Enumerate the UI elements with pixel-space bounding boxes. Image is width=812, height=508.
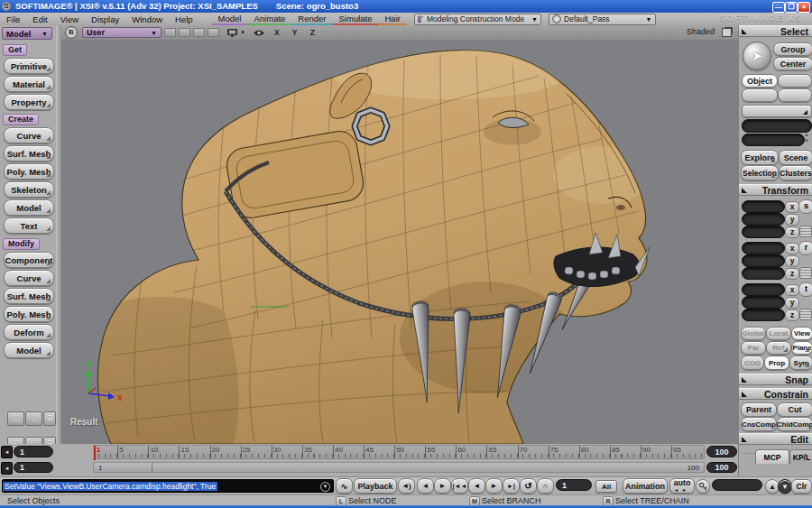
scale-options-icon[interactable] — [799, 226, 812, 237]
modify-model-button[interactable]: Model — [4, 342, 54, 358]
modify-component-button[interactable]: Component — [4, 252, 54, 268]
edit-header[interactable]: Edit — [739, 433, 812, 445]
menu-help[interactable]: Help — [169, 14, 199, 24]
all-button[interactable]: All — [595, 480, 617, 493]
viewport-memo-2[interactable] — [179, 28, 190, 37]
rotate-y-button[interactable]: y — [785, 255, 799, 267]
modify-surf-mesh-button[interactable]: Surf. Mesh — [4, 288, 54, 304]
speaker-icon[interactable]: ◄) — [398, 478, 415, 494]
minimize-button[interactable]: — — [772, 2, 785, 13]
range-slider[interactable]: 1 100 — [93, 462, 705, 473]
cnscomp-button[interactable]: CnsComp — [741, 417, 777, 431]
viewport-memo-3[interactable] — [193, 28, 205, 37]
menu-edit[interactable]: Edit — [26, 14, 53, 24]
selection-field-2[interactable] — [742, 134, 805, 146]
tab-kpl[interactable]: KP/L — [789, 449, 812, 464]
scale-x-field[interactable] — [742, 200, 785, 213]
selection-mode-button[interactable] — [742, 105, 812, 117]
object-filter-button[interactable]: Object — [742, 74, 778, 88]
filter-slot-1[interactable] — [778, 74, 812, 88]
playhead[interactable] — [94, 446, 96, 460]
scale-x-button[interactable]: x — [785, 201, 799, 213]
auto-key-button[interactable]: auto◄► — [669, 478, 695, 494]
construction-mode-dropdown[interactable]: Modeling Construction Mode▼ — [414, 14, 541, 25]
scale-z-button[interactable]: z — [785, 226, 799, 238]
layout-preset-c-icon[interactable]: ⊞ — [43, 411, 56, 426]
xyz-toggle[interactable]: X Y Z — [274, 28, 320, 37]
eye-icon[interactable] — [253, 29, 265, 37]
menu-view[interactable]: View — [54, 14, 85, 24]
current-frame-field[interactable]: 1 — [556, 479, 592, 491]
local-mode-button[interactable]: Local — [766, 327, 791, 340]
play-button[interactable]: ► — [485, 478, 503, 494]
rotate-tool-button[interactable]: r — [798, 241, 812, 255]
create-model-button[interactable]: Model — [4, 199, 54, 216]
scale-z-field[interactable] — [742, 226, 785, 238]
sort-arrows-icon[interactable]: ▲▼ — [804, 132, 809, 144]
command-dropdown-icon[interactable]: ▼ — [320, 482, 330, 492]
loop-icon[interactable]: ↺ — [520, 478, 537, 494]
rotate-options-icon[interactable] — [799, 267, 812, 279]
get-primitive-button[interactable]: Primitive — [4, 58, 54, 74]
go-first-frame-button[interactable]: |◄◄ — [451, 478, 468, 494]
plane-mode-button[interactable]: Plane — [791, 341, 812, 355]
modify-poly-mesh-button[interactable]: Poly. Mesh — [4, 306, 54, 322]
translate-x-button[interactable]: x — [785, 284, 799, 296]
scale-y-field[interactable] — [742, 213, 785, 226]
close-button[interactable]: × — [798, 2, 810, 13]
selection-button[interactable]: Selection — [741, 165, 779, 180]
tab-mcp[interactable]: MCP — [755, 449, 789, 464]
par-mode-button[interactable]: Par — [741, 341, 766, 355]
translate-y-button[interactable]: y — [785, 297, 799, 309]
translate-options-icon[interactable] — [799, 309, 812, 320]
layout-preset-a-icon[interactable]: ◫ — [7, 411, 24, 426]
scene-button[interactable]: Scene — [779, 150, 812, 165]
filter-slot-2[interactable] — [742, 88, 778, 102]
filter-slot-3[interactable] — [778, 88, 812, 102]
menu-window[interactable]: Window — [125, 14, 169, 24]
get-material-button[interactable]: Material — [4, 76, 54, 92]
translate-x-field[interactable] — [742, 283, 785, 296]
create-surf-mesh-button[interactable]: Surf. Mesh — [4, 145, 54, 162]
key-icon[interactable] — [696, 479, 710, 494]
explore-button[interactable]: Explore — [741, 150, 779, 165]
restore-button[interactable]: ❐ — [785, 2, 798, 13]
get-property-button[interactable]: Property — [4, 94, 54, 110]
view-mode-button[interactable]: View — [791, 327, 812, 340]
rotate-x-button[interactable]: x — [785, 243, 799, 254]
create-poly-mesh-button[interactable]: Poly. Mesh — [4, 163, 54, 180]
create-curve-button[interactable]: Curve — [4, 127, 54, 143]
create-skeleton-button[interactable]: Skeleton — [4, 181, 54, 198]
command-input[interactable]: SetValue "Views.ViewB.UserCamera.camdisp… — [2, 479, 334, 493]
modify-curve-button[interactable]: Curve — [4, 270, 54, 286]
scale-tool-button[interactable]: s — [798, 199, 812, 214]
pass-dropdown[interactable]: Default_Pass▼ — [549, 14, 656, 25]
group-button[interactable]: Group — [773, 42, 812, 56]
constrain-parent-button[interactable]: Parent — [741, 402, 777, 417]
translate-y-field[interactable] — [742, 296, 785, 309]
toolbar-mode-dropdown[interactable]: Model▼ — [2, 27, 52, 40]
key-down-icon[interactable]: ▼ — [778, 479, 792, 494]
keyable-field[interactable] — [712, 479, 762, 491]
camera-icon[interactable]: ▼ — [226, 28, 245, 38]
menu-animate[interactable]: Animate — [247, 14, 291, 25]
menu-model[interactable]: Model — [212, 14, 248, 25]
viewport-letter-button[interactable]: B — [65, 26, 78, 39]
step-back-button[interactable]: ◄ — [417, 478, 434, 494]
viewport-b[interactable]: B User▼ ▼ X Y Z Shaded — [61, 25, 738, 444]
headphones-icon[interactable]: ∩ — [537, 478, 554, 494]
frame-ruler[interactable]: 5101520253035404550556065707580859095 1 — [93, 445, 705, 459]
scale-y-button[interactable]: y — [785, 214, 799, 226]
playback-button[interactable]: Playback — [354, 478, 397, 494]
transform-header[interactable]: Transform — [739, 184, 812, 196]
viewport-resize-icon[interactable] — [722, 28, 732, 37]
step-forward-button[interactable]: ► — [434, 478, 451, 494]
translate-z-button[interactable]: z — [785, 309, 799, 321]
layout-preset-b-icon[interactable]: ▯ — [25, 411, 42, 426]
menu-display[interactable]: Display — [85, 14, 125, 24]
menu-simulate[interactable]: Simulate — [333, 14, 379, 25]
script-editor-icon[interactable]: ∿ — [336, 478, 353, 494]
timeline-left-button-2[interactable]: ◂ — [1, 462, 13, 475]
sym-button[interactable]: Sym — [789, 356, 812, 370]
cog-button[interactable]: COG — [741, 356, 764, 370]
